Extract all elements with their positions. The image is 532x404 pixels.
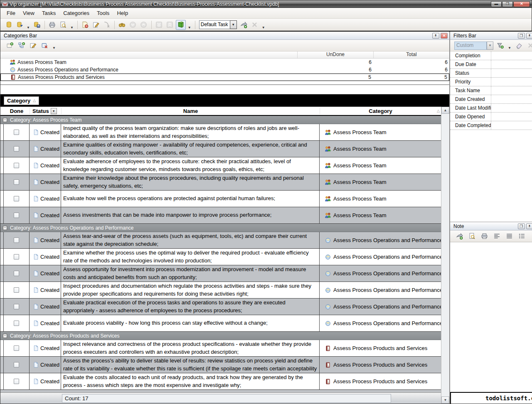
collapse-icon[interactable]: − [3, 334, 7, 338]
move-top-button[interactable] [165, 20, 175, 30]
collapse-icon[interactable]: − [3, 118, 7, 122]
pin-icon[interactable]: 🖈 [432, 33, 439, 39]
status-column-header[interactable]: Status ▼ [30, 108, 61, 114]
note-insert-button[interactable] [454, 231, 464, 241]
group-header-row[interactable]: −Category: Assess Process Operations and… [0, 224, 441, 232]
filter-row[interactable]: Due Date▼ [450, 60, 532, 69]
menu-item-tasks[interactable]: Tasks [38, 9, 59, 17]
filter-preset-value[interactable]: Custom [454, 42, 487, 50]
done-checkbox[interactable] [14, 196, 19, 201]
table-row[interactable]: CreatedInspect relevance and correctness… [0, 340, 441, 357]
new-task-button[interactable] [80, 20, 90, 30]
table-row[interactable]: CreatedEvaluate the costs allocated to e… [0, 373, 441, 390]
group-by-chip[interactable]: Category △ [4, 96, 39, 105]
notes-dropdown-caret[interactable]: ▼ [187, 26, 192, 29]
done-checkbox[interactable] [14, 362, 19, 367]
print-preview-button[interactable] [58, 20, 68, 30]
menu-item-help[interactable]: Help [113, 9, 132, 17]
done-checkbox[interactable] [14, 238, 19, 243]
status-filter-dropdown[interactable]: ▼ [51, 108, 57, 114]
new-category-button[interactable] [5, 41, 15, 51]
done-checkbox[interactable] [14, 287, 19, 293]
done-checkbox[interactable] [14, 304, 19, 309]
note-align-left-button[interactable] [492, 231, 502, 241]
restore-button[interactable]: ❐ [502, 1, 513, 7]
category-row[interactable]: Assess Process Team66 [0, 59, 449, 66]
table-row[interactable]: CreatedInspect quality of the process te… [0, 124, 441, 141]
categories-toolbar-overflow[interactable]: ▼ [51, 46, 57, 50]
move-up-button[interactable] [139, 20, 149, 30]
filter-row[interactable]: Status▼ [450, 69, 532, 78]
delete-category-button[interactable] [39, 41, 49, 51]
note-align-justify-button[interactable] [504, 231, 514, 241]
apply-filter-caret[interactable]: ▼ [507, 46, 512, 50]
undone-column-header[interactable]: UnDone [297, 51, 373, 58]
category-row[interactable]: 5 Assess Process Products and Services55 [0, 73, 449, 81]
edit-task-button[interactable] [91, 20, 101, 30]
menu-item-view[interactable]: View [19, 9, 38, 17]
done-checkbox[interactable] [14, 321, 19, 326]
restore-panel-icon[interactable]: ❐ [518, 223, 525, 229]
table-row[interactable]: CreatedAssess investments that can be ma… [0, 207, 441, 224]
filter-row[interactable]: Completion▼ [450, 51, 532, 60]
open-database-button[interactable] [15, 20, 25, 30]
table-row[interactable]: CreatedInspect procedures and documentat… [0, 282, 441, 299]
group-header-row[interactable]: −Category: Assess Process Team [0, 116, 441, 124]
toolbar-overflow-caret[interactable]: ▼ [261, 26, 266, 29]
menu-item-tools[interactable]: Tools [93, 9, 113, 17]
table-row[interactable]: CreatedExamine their knowledge about the… [0, 174, 441, 191]
name-column-header[interactable]: Name [61, 108, 320, 114]
filter-row[interactable]: Date Completed▼ [450, 121, 532, 130]
task-type-combobox[interactable]: Default Task ▼ [199, 20, 237, 29]
pin-icon[interactable]: 🖈 [526, 33, 532, 39]
table-row[interactable]: CreatedEvaluate practical execution of t… [0, 299, 441, 315]
minimize-button[interactable]: ▬ [491, 1, 502, 7]
categories-close-icon[interactable]: ✕ [441, 33, 448, 39]
filter-row[interactable]: Priority▼ [450, 78, 532, 86]
total-column-header[interactable]: Total [373, 51, 449, 58]
splitter[interactable] [0, 85, 449, 94]
table-row[interactable]: CreatedAssess the process's ability to d… [0, 357, 441, 373]
done-checkbox[interactable] [14, 345, 19, 351]
delete-filter-button[interactable] [526, 41, 532, 51]
filter-row[interactable]: Date Opened▼ [450, 113, 532, 121]
done-checkbox[interactable] [14, 146, 19, 152]
scroll-up-button[interactable]: ▲ [441, 107, 449, 114]
delete-default-task-button[interactable] [250, 20, 260, 30]
open-dropdown-caret[interactable]: ▼ [25, 26, 31, 29]
clear-filter-button[interactable] [514, 41, 524, 51]
vertical-scrollbar[interactable]: ▲ ▼ [441, 107, 449, 404]
done-checkbox[interactable] [14, 213, 19, 218]
move-bottom-button[interactable] [154, 20, 164, 30]
new-subcategory-button[interactable] [16, 41, 26, 51]
insert-default-task-button[interactable] [239, 20, 249, 30]
move-down-button[interactable] [128, 20, 138, 30]
category-row[interactable]: Assess Process Operations and Performanc… [0, 66, 449, 73]
collapse-icon[interactable]: − [3, 226, 7, 230]
notes-toggle-button[interactable] [176, 20, 186, 30]
filter-row[interactable]: Task Name [450, 86, 532, 95]
table-row[interactable]: CreatedAssess opportunity for investment… [0, 265, 441, 282]
table-row[interactable]: CreatedExamine qualities of existing man… [0, 141, 441, 157]
filter-row[interactable]: Date Last Modified▼ [450, 104, 532, 113]
group-header-row[interactable]: −Category: Assess Process Products and S… [0, 332, 441, 340]
restore-panel-icon[interactable]: ❐ [518, 33, 525, 39]
menu-item-file[interactable]: File [3, 9, 19, 17]
filter-preset-combobox[interactable]: Custom ▼ [454, 42, 493, 50]
menu-item-categories[interactable]: Categories [59, 9, 93, 17]
note-preview-button[interactable] [467, 231, 477, 241]
close-button[interactable]: ✕ [513, 1, 530, 7]
note-print-button[interactable] [479, 231, 489, 241]
new-database-button[interactable] [4, 20, 14, 30]
delete-task-button[interactable] [102, 20, 112, 30]
done-checkbox[interactable] [14, 163, 19, 168]
table-row[interactable]: CreatedExamine whether the process uses … [0, 249, 441, 265]
done-column-header[interactable]: Done [4, 108, 30, 114]
done-checkbox[interactable] [14, 271, 19, 276]
pin-icon[interactable]: 🖈 [526, 223, 532, 229]
print-dropdown-caret[interactable]: ▼ [69, 26, 75, 29]
filter-row[interactable]: Date Created▼ [450, 95, 532, 104]
apply-filter-button[interactable] [495, 41, 505, 51]
print-button[interactable] [47, 20, 57, 30]
done-checkbox[interactable] [14, 130, 19, 135]
